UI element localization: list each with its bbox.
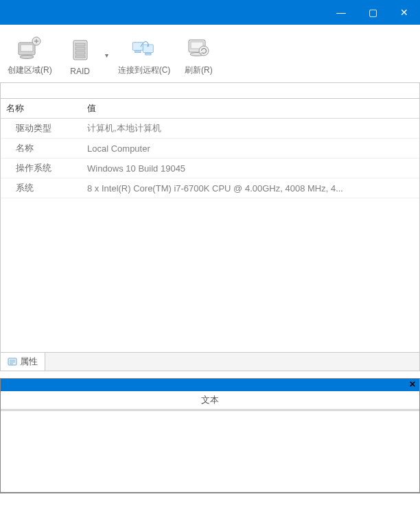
raid-dropdown-button[interactable]: ▾ — [102, 30, 112, 80]
toolbar-label: 刷新(R) — [185, 65, 213, 76]
refresh-icon — [185, 34, 212, 62]
toolbar-label: 创建区域(R) — [8, 65, 52, 76]
table-row[interactable]: 系统 8 x Intel(R) Core(TM) i7-6700K CPU @ … — [1, 178, 419, 198]
prop-name: 操作系统 — [1, 159, 82, 178]
column-value[interactable]: 值 — [82, 99, 419, 119]
tab-label: 属性 — [20, 355, 38, 368]
titlebar: — ▢ ✕ — [0, 0, 420, 25]
minimize-button[interactable]: — — [325, 0, 357, 25]
close-icon[interactable]: ✕ — [407, 379, 418, 390]
prop-name: 名称 — [1, 139, 82, 159]
svg-rect-8 — [75, 56, 85, 58]
tab-properties[interactable]: 属性 — [1, 353, 45, 371]
table-row[interactable]: 名称 Local Computer — [1, 139, 419, 159]
property-grid: 名称 值 驱动类型 计算机,本地计算机 名称 Local Computer 操作… — [0, 98, 420, 353]
raid-split-button: RAID ▾ — [58, 30, 112, 80]
svg-point-16 — [199, 46, 209, 56]
prop-value: 8 x Intel(R) Core(TM) i7-6700K CPU @ 4.0… — [82, 178, 419, 198]
svg-point-2 — [20, 56, 34, 59]
svg-rect-6 — [75, 47, 85, 50]
svg-rect-5 — [75, 43, 85, 46]
column-name[interactable]: 名称 — [1, 99, 82, 119]
prop-value: Local Computer — [82, 139, 419, 159]
svg-rect-12 — [145, 54, 151, 56]
toolbar-label: 连接到远程(C) — [118, 65, 171, 76]
log-body — [1, 410, 419, 492]
property-tabs: 属性 — [0, 353, 420, 371]
raid-icon — [67, 36, 94, 64]
close-button[interactable]: ✕ — [388, 0, 420, 25]
svg-rect-7 — [75, 51, 85, 54]
toolbar: 创建区域(R) RAID ▾ — [0, 25, 420, 83]
prop-name: 系统 — [1, 178, 82, 198]
maximize-button[interactable]: ▢ — [357, 0, 388, 25]
raid-button[interactable]: RAID — [58, 30, 102, 80]
log-column-header[interactable]: 文本 — [1, 391, 419, 410]
connect-remote-icon — [130, 34, 158, 62]
svg-rect-11 — [135, 51, 141, 53]
toolbar-label: RAID — [70, 67, 90, 76]
log-panel-header[interactable]: ✕ — [1, 379, 419, 391]
prop-value: 计算机,本地计算机 — [82, 119, 419, 139]
table-row[interactable]: 操作系统 Windows 10 Build 19045 — [1, 159, 419, 178]
prop-value: Windows 10 Build 19045 — [82, 159, 419, 178]
log-panel: ✕ 文本 — [0, 378, 420, 493]
refresh-button[interactable]: 刷新(R) — [176, 30, 220, 80]
create-region-button[interactable]: 创建区域(R) — [3, 30, 57, 80]
prop-name: 驱动类型 — [1, 119, 82, 139]
connect-remote-button[interactable]: 连接到远程(C) — [113, 30, 176, 80]
table-row[interactable]: 驱动类型 计算机,本地计算机 — [1, 119, 419, 139]
svg-rect-1 — [21, 45, 33, 51]
properties-icon — [8, 357, 17, 366]
chevron-down-icon: ▾ — [105, 51, 108, 59]
region-icon — [16, 34, 43, 62]
panel-spacer — [0, 83, 420, 98]
property-grid-header: 名称 值 — [1, 99, 419, 119]
